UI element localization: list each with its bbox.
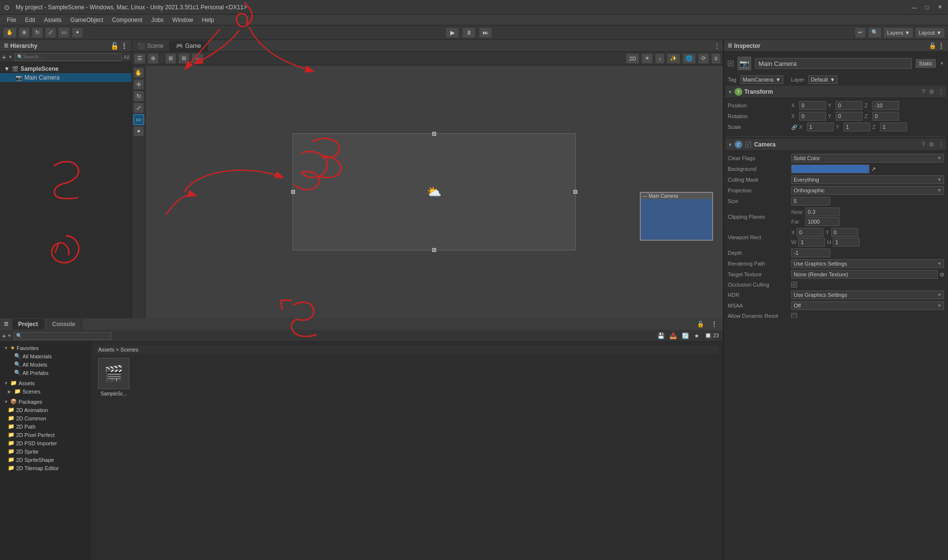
hierarchy-main-camera[interactable]: 📷 Main Camera — [0, 73, 131, 82]
handle-right[interactable] — [573, 190, 577, 194]
scene-tool-2[interactable]: ⊕ — [147, 53, 159, 64]
hdr-dropdown[interactable]: Use Graphics Settings ▼ — [791, 290, 944, 299]
project-import-icon[interactable]: 📥 — [668, 332, 678, 339]
scale-x-input[interactable]: 1 — [807, 123, 834, 131]
custom-tool-btn[interactable]: ✦ — [72, 27, 83, 38]
camera-settings-icon[interactable]: ⚙ — [929, 141, 934, 148]
favorites-all-materials[interactable]: 🔍 All Materials — [0, 352, 90, 360]
vp-w-input[interactable]: 1 — [798, 238, 825, 247]
scene-audio-btn[interactable]: ♪ — [655, 53, 665, 64]
pkg-2d-spriteshape[interactable]: 📁 2D SpriteShape — [0, 456, 90, 464]
static-dropdown-arrow[interactable]: ▼ — [940, 61, 944, 66]
scene-anim-btn[interactable]: ⟳ — [698, 53, 709, 64]
tool-move[interactable]: ✛ — [133, 79, 144, 90]
project-lock-icon[interactable]: 🔓 — [694, 321, 707, 328]
favorites-all-prefabs[interactable]: 🔍 All Prefabs — [0, 369, 90, 377]
menu-assets[interactable]: Assets — [40, 16, 65, 24]
transform-settings-icon[interactable]: ⚙ — [929, 88, 934, 95]
transform-help-icon[interactable]: ? — [922, 88, 925, 95]
packages-header[interactable]: ▼ 📦 Packages — [0, 397, 90, 406]
msaa-dropdown[interactable]: Off ▼ — [791, 301, 944, 310]
favorites-all-models[interactable]: 🔍 All Models — [0, 360, 90, 369]
background-color-swatch[interactable] — [791, 165, 869, 173]
target-texture-pick-icon[interactable]: ⊙ — [940, 271, 944, 278]
scene-skybox-btn[interactable]: 🌐 — [682, 53, 696, 64]
object-active-checkbox[interactable]: ✓ — [728, 61, 734, 66]
near-input[interactable]: 0.3 — [805, 207, 840, 216]
scene-light-btn[interactable]: ☀ — [641, 53, 653, 64]
layer-dropdown[interactable]: Default ▼ — [808, 75, 838, 84]
rect-tool-btn[interactable]: ▭ — [58, 27, 70, 38]
scene-tool-3[interactable]: ⊞ — [165, 53, 176, 64]
menu-jobs[interactable]: Jobs — [147, 16, 167, 24]
transform-header[interactable]: ▼ T Transform ? ⚙ ⋮ — [726, 86, 946, 98]
scene-2d-btn[interactable]: 2D — [626, 53, 639, 64]
background-picker-icon[interactable]: ↗ — [871, 166, 876, 172]
pkg-2d-tilemap[interactable]: 📁 2D Tilemap Editor — [0, 464, 90, 472]
inspector-lock-icon[interactable]: 🔓 — [929, 42, 936, 49]
culling-mask-dropdown[interactable]: Everything ▼ — [791, 175, 944, 184]
pkg-2d-psd[interactable]: 📁 2D PSD Importer — [0, 439, 90, 447]
project-refresh-icon[interactable]: 🔄 — [680, 332, 691, 339]
scene-grid-btn[interactable]: # — [711, 53, 721, 64]
project-star-icon[interactable]: ★ — [693, 332, 701, 339]
tool-rotate[interactable]: ↻ — [133, 91, 144, 102]
close-button[interactable]: ✕ — [935, 3, 944, 12]
handle-top[interactable] — [432, 132, 436, 136]
tab-project[interactable]: Project — [12, 319, 44, 330]
menu-gameobject[interactable]: GameObject — [66, 16, 107, 24]
hierarchy-search-input[interactable] — [23, 54, 119, 60]
maximize-button[interactable]: □ — [923, 3, 931, 12]
menu-window[interactable]: Window — [169, 16, 197, 24]
camera-more-icon[interactable]: ⋮ — [938, 141, 944, 148]
minimize-button[interactable]: — — [910, 3, 919, 12]
hand-tool-btn[interactable]: ✋ — [3, 27, 17, 38]
pkg-2d-path[interactable]: 📁 2D Path — [0, 422, 90, 431]
menu-edit[interactable]: Edit — [21, 16, 39, 24]
search-btn[interactable]: 🔍 — [868, 27, 882, 38]
camera-enabled-checkbox[interactable]: ✓ — [745, 142, 751, 147]
dynamic-checkbox[interactable] — [791, 313, 797, 318]
vp-x-input[interactable]: 0 — [797, 228, 823, 237]
tab-game[interactable]: 🎮 Game — [170, 41, 208, 51]
handle-bottom[interactable] — [432, 248, 436, 252]
scene-more-icon[interactable]: ⋮ — [711, 42, 723, 49]
pkg-2d-pixel[interactable]: 📁 2D Pixel Perfect — [0, 431, 90, 439]
favorites-header[interactable]: ▼ ★ Favorites — [0, 344, 90, 352]
pos-z-input[interactable]: -10 — [872, 101, 899, 110]
occlusion-checkbox[interactable]: ✓ — [791, 282, 797, 288]
project-add-btn[interactable]: + — [2, 332, 6, 340]
rot-x-input[interactable]: 0 — [799, 112, 826, 121]
scene-tool-4[interactable]: ⊞ — [178, 53, 190, 64]
rotate-tool-btn[interactable]: ↻ — [32, 27, 43, 38]
hierarchy-scene-item[interactable]: ▼ 🎬 SampleScene — [0, 64, 131, 73]
tool-custom[interactable]: ✦ — [133, 126, 144, 137]
play-button[interactable]: ▶ — [445, 27, 459, 38]
layers-dropdown[interactable]: Layers ▼ — [884, 27, 913, 38]
tool-rect[interactable]: ▭ — [133, 114, 144, 125]
tab-scene[interactable]: ⬛ Scene — [132, 41, 170, 51]
scale-z-input[interactable]: 1 — [880, 123, 907, 131]
menu-file[interactable]: File — [3, 16, 20, 24]
target-texture-dropdown[interactable]: None (Render Texture) — [791, 270, 938, 279]
pos-x-input[interactable]: 0 — [799, 101, 826, 110]
project-add-arrow[interactable]: ▼ — [7, 333, 12, 338]
project-save-icon[interactable]: 💾 — [656, 332, 666, 339]
scale-tool-btn[interactable]: ⤢ — [45, 27, 56, 38]
tool-hand[interactable]: ✋ — [133, 67, 144, 78]
project-more-icon[interactable]: ⋮ — [709, 321, 719, 328]
size-input[interactable]: 5 — [791, 197, 830, 206]
project-search-input[interactable] — [22, 333, 109, 338]
depth-input[interactable]: -1 — [791, 249, 830, 257]
camera-comp-header[interactable]: ▼ C ✓ Camera ? ⚙ ⋮ — [726, 139, 946, 151]
rot-z-input[interactable]: 0 — [872, 112, 899, 121]
inspector-more-icon[interactable]: ⋮ — [938, 42, 944, 49]
handle-left[interactable] — [291, 190, 295, 194]
scene-fx-btn[interactable]: ✨ — [667, 53, 680, 64]
menu-component[interactable]: Component — [108, 16, 146, 24]
asset-item-samplescene[interactable]: 🎬 SampleSc... — [96, 356, 131, 398]
static-button[interactable]: Static — [916, 59, 936, 68]
pos-y-input[interactable]: 0 — [836, 101, 863, 110]
scene-tool-1[interactable]: ☰ — [134, 53, 146, 64]
pause-button[interactable]: ⏸ — [462, 27, 476, 38]
